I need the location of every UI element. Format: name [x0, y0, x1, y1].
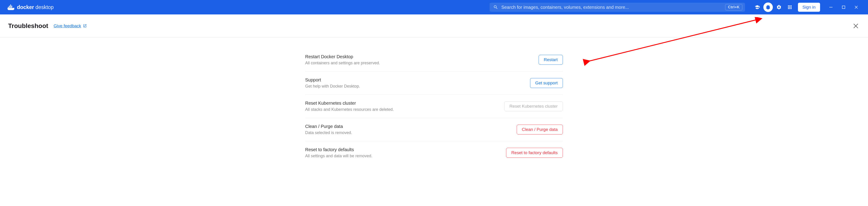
svg-rect-2	[10, 7, 11, 8]
svg-rect-0	[8, 7, 9, 8]
close-icon	[852, 23, 859, 29]
app-name-light: desktop	[35, 4, 54, 10]
row-subtitle: Get help with Docker Desktop.	[305, 84, 530, 89]
feedback-link-label: Give feedback	[54, 24, 81, 28]
search-shortcut-badge: Ctrl+K	[725, 4, 742, 10]
svg-rect-9	[842, 6, 845, 8]
row-title: Reset to factory defaults	[305, 147, 506, 152]
row-title: Restart Docker Desktop	[305, 54, 539, 59]
row-subtitle: All stacks and Kubernetes resources are …	[305, 107, 504, 112]
restart-button[interactable]: Restart	[539, 55, 563, 65]
give-feedback-link[interactable]: Give feedback	[54, 24, 87, 28]
clean-purge-button[interactable]: Clean / Purge data	[517, 125, 563, 135]
main-content: Restart Docker Desktop All containers an…	[0, 37, 868, 164]
bug-icon	[765, 4, 771, 10]
svg-rect-6	[11, 6, 12, 6]
apps-grid-icon	[787, 4, 793, 10]
svg-rect-1	[9, 7, 10, 8]
row-subtitle: All settings and data will be removed.	[305, 153, 506, 159]
row-title: Support	[305, 77, 530, 82]
settings-button[interactable]	[774, 2, 784, 12]
row-factory-reset: Reset to factory defaults All settings a…	[305, 141, 563, 164]
svg-rect-7	[10, 4, 11, 5]
gear-icon	[776, 4, 782, 10]
reset-factory-button[interactable]: Reset to factory defaults	[506, 148, 563, 158]
search-icon	[493, 5, 498, 10]
window-close-button[interactable]	[850, 2, 863, 12]
title-bar: docker desktop Search for images, contai…	[0, 0, 868, 14]
page-header: Troubleshoot Give feedback	[0, 14, 868, 37]
maximize-icon	[842, 5, 846, 9]
sign-in-button[interactable]: Sign in	[798, 3, 820, 12]
search-placeholder: Search for images, containers, volumes, …	[501, 5, 722, 10]
close-icon	[854, 5, 858, 9]
minimize-icon	[829, 5, 833, 9]
svg-rect-5	[10, 6, 11, 6]
svg-rect-4	[9, 6, 10, 6]
page-title: Troubleshoot	[8, 22, 48, 30]
troubleshoot-list: Restart Docker Desktop All containers an…	[305, 48, 563, 164]
external-link-icon	[83, 24, 87, 28]
row-reset-kubernetes: Reset Kubernetes cluster All stacks and …	[305, 95, 563, 118]
graduation-cap-icon	[754, 4, 760, 10]
row-support: Support Get help with Docker Desktop. Ge…	[305, 71, 563, 95]
docker-whale-icon	[7, 4, 14, 10]
learn-button[interactable]	[752, 2, 763, 12]
window-controls	[825, 2, 863, 12]
app-logo: docker desktop	[7, 4, 54, 10]
apps-button[interactable]	[784, 2, 795, 12]
svg-rect-3	[11, 7, 12, 8]
row-restart: Restart Docker Desktop All containers an…	[305, 48, 563, 71]
row-title: Reset Kubernetes cluster	[305, 101, 504, 106]
window-maximize-button[interactable]	[837, 2, 850, 12]
row-subtitle: All containers and settings are preserve…	[305, 61, 539, 65]
window-minimize-button[interactable]	[825, 2, 837, 12]
close-page-button[interactable]	[852, 22, 860, 30]
top-bar-actions: Sign in	[752, 2, 820, 12]
reset-kubernetes-button: Reset Kubernetes cluster	[504, 101, 563, 111]
troubleshoot-button[interactable]	[763, 2, 773, 12]
app-name-bold: docker	[17, 4, 34, 10]
row-subtitle: Data selected is removed.	[305, 130, 517, 135]
row-purge-data: Clean / Purge data Data selected is remo…	[305, 118, 563, 141]
search-box[interactable]: Search for images, containers, volumes, …	[490, 3, 745, 12]
get-support-button[interactable]: Get support	[530, 78, 563, 88]
row-title: Clean / Purge data	[305, 124, 517, 129]
